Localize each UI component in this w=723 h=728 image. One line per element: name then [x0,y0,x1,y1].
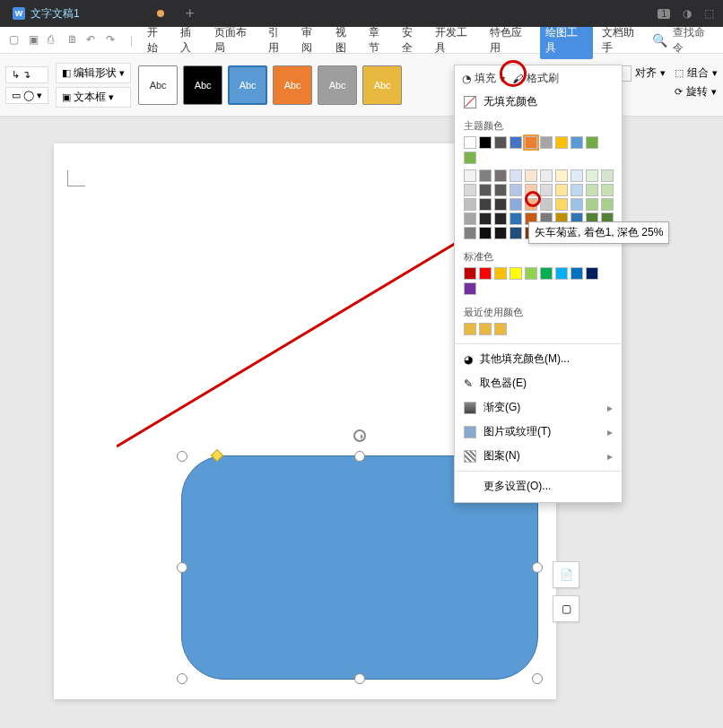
menu-doc-assistant[interactable]: 文档助手 [598,23,647,57]
color-swatch[interactable] [525,169,537,182]
open-icon[interactable]: ▣ [29,33,43,48]
color-swatch[interactable] [571,169,583,182]
style-preset-1[interactable]: Abc [138,65,178,105]
color-swatch[interactable] [540,198,553,211]
style-preset-2[interactable]: Abc [183,65,222,105]
menu-reference[interactable]: 引用 [265,23,292,57]
color-swatch[interactable] [555,169,568,182]
eyedropper-option[interactable]: ✎取色器(E) [455,371,622,395]
color-swatch[interactable] [555,136,568,149]
color-swatch[interactable] [494,323,507,335]
color-swatch[interactable] [510,136,522,149]
color-swatch[interactable] [540,184,553,196]
color-swatch[interactable] [525,136,537,149]
color-swatch[interactable] [494,136,507,149]
color-swatch[interactable] [464,169,476,182]
search-icon[interactable]: 🔍 [652,33,667,48]
rotation-handle[interactable] [353,429,366,442]
group-button[interactable]: ⬚ 组合 ▾ [675,65,718,81]
cloud-icon[interactable]: ◑ [683,7,692,20]
color-swatch[interactable] [464,212,476,225]
new-icon[interactable]: ▢ [9,33,23,48]
color-swatch[interactable] [464,267,476,280]
resize-handle-s[interactable] [354,673,365,684]
color-swatch[interactable] [494,267,507,280]
shape-options-button[interactable]: ▢ [553,595,579,622]
menu-view[interactable]: 视图 [332,23,360,57]
color-swatch[interactable] [479,136,492,149]
layout-options-button[interactable]: 📄 [553,561,579,588]
color-swatch[interactable] [479,227,492,239]
color-swatch[interactable] [494,169,507,182]
resize-handle-e[interactable] [532,562,543,573]
color-swatch[interactable] [494,184,507,196]
color-swatch[interactable] [601,169,614,182]
color-swatch[interactable] [510,169,522,182]
color-swatch[interactable] [510,227,522,239]
color-swatch[interactable] [479,323,492,335]
align-button[interactable]: 对齐 ▾ [615,65,666,82]
menu-section[interactable]: 章节 [365,23,393,57]
resize-handle-se[interactable] [532,673,543,684]
style-preset-6[interactable]: Abc [362,65,402,105]
color-swatch[interactable] [464,282,476,295]
pattern-option[interactable]: 图案(N)▸ [455,444,622,468]
format-painter-button[interactable]: 🖌 格式刷 [512,71,559,86]
shapes-button[interactable]: ▭ ◯ ▾ [5,87,48,104]
style-preset-5[interactable]: Abc [318,65,357,105]
print-icon[interactable]: ⎙ [48,33,62,48]
color-swatch[interactable] [510,212,522,225]
resize-handle-nw[interactable] [177,451,187,462]
style-preset-3[interactable]: Abc [228,65,267,105]
undo-icon[interactable]: ↶ [86,33,100,48]
color-swatch[interactable] [479,267,492,280]
color-swatch[interactable] [479,184,492,196]
window-badge[interactable]: 1 [658,9,670,19]
color-swatch[interactable] [494,212,507,225]
color-swatch[interactable] [555,184,568,196]
color-swatch[interactable] [510,184,522,196]
color-swatch[interactable] [510,198,522,211]
color-swatch[interactable] [571,184,583,196]
color-swatch[interactable] [571,136,583,149]
document-tab[interactable]: W 文字文稿1 [0,0,177,27]
rotate-button[interactable]: ⟳ 旋转 ▾ [675,84,718,100]
color-swatch[interactable] [601,198,614,211]
more-colors-option[interactable]: ◕其他填充颜色(M)... [455,347,622,371]
color-swatch[interactable] [464,198,476,211]
redo-icon[interactable]: ↷ [106,33,120,48]
color-swatch[interactable] [525,267,537,280]
color-swatch[interactable] [586,169,598,182]
color-swatch[interactable] [464,323,476,335]
gradient-option[interactable]: 渐变(G)▸ [455,395,622,420]
color-swatch[interactable] [525,184,537,196]
menu-dev[interactable]: 开发工具 [431,23,480,57]
fill-split-button[interactable]: ◔ 填充 ▾ [462,71,505,86]
resize-handle-sw[interactable] [177,673,187,684]
color-swatch[interactable] [464,227,476,239]
resize-handle-w[interactable] [177,562,187,573]
color-swatch[interactable] [540,267,553,280]
color-swatch[interactable] [479,198,492,211]
texture-option[interactable]: 图片或纹理(T)▸ [455,420,622,444]
menu-feature[interactable]: 特色应用 [486,23,535,57]
color-swatch[interactable] [510,267,522,280]
textbox-button[interactable]: ▣ 文本框 ▾ [56,87,131,108]
color-swatch[interactable] [540,136,553,149]
more-settings-option[interactable]: 更多设置(O)... [455,474,622,498]
color-swatch[interactable] [571,267,583,280]
color-swatch[interactable] [586,198,598,211]
color-swatch[interactable] [464,184,476,196]
color-swatch[interactable] [586,267,598,280]
new-tab-button[interactable]: + [177,4,204,23]
no-fill-option[interactable]: 无填充颜色 [455,90,622,114]
resize-handle-n[interactable] [354,451,365,462]
color-swatch[interactable] [555,267,568,280]
color-swatch[interactable] [586,136,598,149]
color-swatch[interactable] [464,136,476,149]
connector-button[interactable]: ↳ ↴ [5,66,48,83]
color-swatch[interactable] [479,212,492,225]
color-swatch[interactable] [555,198,568,211]
menu-insert[interactable]: 插入 [177,23,205,57]
menu-security[interactable]: 安全 [398,23,426,57]
